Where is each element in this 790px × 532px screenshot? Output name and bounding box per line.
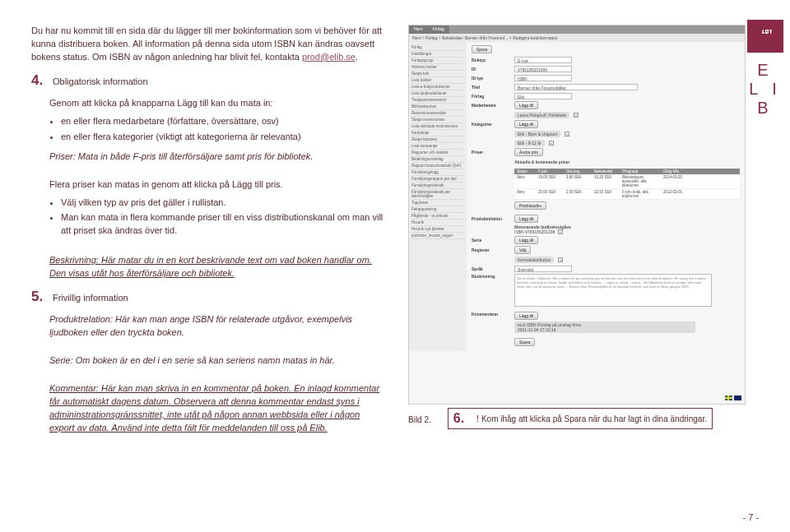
language-flags	[725, 396, 741, 400]
section-6-note: 6. ! Kom ihåg att klicka på Spara när du…	[448, 408, 713, 429]
kat-pill-2: Elib - 9-12 år	[514, 140, 545, 146]
aktuella-label: Aktuella & kommande priser	[514, 160, 740, 164]
forlag-input[interactable]: Elib	[514, 93, 572, 99]
intro-paragraph: Du har nu kommit till en sida där du läg…	[31, 25, 385, 64]
ss-side-item[interactable]: Forlagsgrupp	[411, 58, 464, 64]
ss-side-item[interactable]: Installningar	[411, 51, 464, 58]
ss-side-item[interactable]: Kampanjer	[411, 130, 464, 136]
remove-region-icon[interactable]: ×	[558, 257, 563, 262]
medarbetare-pill: Laura Fitinghoff, Författare	[514, 112, 569, 118]
ss-side-item[interactable]: Topplistan	[411, 200, 464, 206]
logo-quote-box: “ ”	[747, 20, 783, 53]
ss-side-item[interactable]: Lista böcker	[411, 77, 464, 84]
ss-side-item[interactable]: Försäljningslogg	[411, 169, 464, 176]
elib-logo: E L I B	[747, 61, 783, 118]
valj-region-button[interactable]: Välj	[514, 246, 531, 254]
section-4-title: Obligatorisk information	[53, 76, 148, 86]
idtyp-select[interactable]: ISBN	[514, 75, 572, 81]
ss-side-item[interactable]: Förlag	[411, 44, 464, 51]
ss-side-item[interactable]: Skapa bok	[411, 71, 464, 77]
boktyp-select[interactable]: E-bok	[514, 57, 572, 63]
ss-side-item[interactable]: Lista ljudproduktioner	[411, 90, 464, 97]
region-pill: Normaldistribution	[514, 257, 554, 263]
ss-side-item[interactable]: Felrapportering	[411, 206, 464, 213]
ss-side-item[interactable]: Hantera böcker	[411, 64, 464, 71]
lbl-serie: Serie	[472, 238, 514, 243]
logo-sidebar: “ ” E L I B	[747, 20, 783, 118]
ss-tab-hem[interactable]: Hem	[409, 25, 428, 34]
titel-input[interactable]: Barnen ifrån Frostmofjället	[514, 84, 638, 90]
lbl-beskrivning: Beskrivning	[472, 274, 514, 279]
ss-side-item[interactable]: Lista e-bokproduktioner	[411, 84, 464, 90]
ss-side-item[interactable]: Försäljningsrapport per titel	[411, 176, 464, 183]
sec4-flera: Flera priser kan matas in genom att klic…	[49, 178, 385, 192]
page-number: - 7 -	[742, 512, 759, 522]
flag-sweden-icon[interactable]	[725, 396, 732, 400]
lbl-medarbetare: Medarbetare	[472, 103, 514, 108]
kommentar-pill: eLib ISBN Förslag på omslag finns.2011-1…	[514, 322, 695, 333]
ss-side-item[interactable]: Skapa recensionsex.	[411, 117, 464, 123]
sec5-komm: Kommentar: Här kan man skriva in en komm…	[49, 382, 385, 435]
ss-tab-forlag[interactable]: Förlag	[428, 25, 449, 34]
sec4-lead: Genom att klicka på knapparna Lägg till …	[49, 97, 385, 110]
price-row-1: Aktiv19,00 SEK3,80 SEK15,20 SEKBibliotek…	[514, 174, 740, 189]
lbl-kommentarer: Kommentarer	[472, 312, 514, 317]
ss-side-item[interactable]: Pågående - ej avslutat	[411, 213, 464, 220]
ss-side-item[interactable]: Försäljningsstatistik per återförsäljare	[411, 189, 464, 200]
andra-pris-button[interactable]: Ändra pris	[514, 148, 543, 156]
ss-side-item[interactable]: Lista skickade recensionsex.	[411, 123, 464, 130]
sec4-list-2: Välj vilken typ av pris det gäller i rul…	[31, 197, 385, 238]
ss-side-item[interactable]: Recensionsexemplar	[411, 110, 464, 117]
ss-side-item[interactable]: Försäljningsstatistik	[411, 183, 464, 189]
ss-side-item[interactable]: Tredjepartsleverantör	[411, 97, 464, 104]
sprak-select[interactable]: Svenska	[514, 266, 572, 272]
price-row-2: Aktiv25,00 SEK2,50 SEK22,50 SEKF-pris bu…	[514, 189, 740, 200]
sec5-serie: Serie: Om boken är en del i en serie så …	[49, 354, 385, 368]
ss-side-item[interactable]: publisher_invoice_ongoin	[411, 233, 464, 239]
ss-side-item[interactable]: Historik	[411, 220, 464, 226]
sec4-bullet-1: en eller flera medarbetare (författare, …	[61, 115, 385, 128]
price-table-header: StatusF-prisDist.avg.Nettoersätt.Prisgru…	[514, 169, 740, 174]
section-5-title: Frivillig information	[53, 293, 128, 303]
ss-side-item[interactable]: Historik nya tjänster	[411, 226, 464, 233]
left-column: Du har nu kommit till en sida där du läg…	[31, 25, 385, 440]
lbl-produktrelation: Produktrelation	[472, 216, 514, 221]
ss-side-item[interactable]: Betalningsunderlag	[411, 156, 464, 163]
save-button-bottom[interactable]: Spara	[514, 338, 535, 346]
lbl-idtyp: ID-typ	[472, 76, 514, 81]
prod-email-link[interactable]: prod@elib.se	[302, 52, 356, 62]
section-5-number: 5.	[31, 289, 49, 305]
remove-relation-icon[interactable]: ×	[558, 229, 563, 234]
remove-medarbetare-icon[interactable]: ×	[574, 113, 579, 118]
intro-end: .	[356, 52, 358, 62]
motsv-isbn: ISBN 9789185201198	[514, 229, 555, 234]
sec4-bullet-2: en eller flera kategorier (viktigt att k…	[61, 131, 385, 144]
sec4-beskr: Beskrivning: Här matar du in en kort bes…	[49, 254, 385, 280]
ss-tabs: Hem Förlag	[409, 25, 745, 34]
remove-kat2-icon[interactable]: ×	[549, 141, 554, 146]
sec5-pr: Produktrelation: Här kan man ange ISBN f…	[49, 313, 385, 340]
beskrivning-textarea[interactable]: Det är nödår i Sällanvik. Här medans til…	[514, 274, 712, 307]
sec4-priser: Priser: Mata in både F-pris till återför…	[49, 150, 385, 164]
exclaim-icon: !	[476, 414, 479, 423]
ss-side-item[interactable]: Rapport branschstatistik (SvF)	[411, 163, 464, 169]
id-input[interactable]: 9789185201999	[514, 66, 572, 72]
prishistorik-button[interactable]: Prishistorik+	[514, 201, 546, 210]
ss-side-item[interactable]: Skapa kampanj	[411, 136, 464, 143]
sec6-text: Kom ihåg att klicka på Spara när du har …	[481, 414, 707, 423]
ss-side-item[interactable]: Rapporter och statistik	[411, 150, 464, 156]
add-kategori-button[interactable]: Lägg till	[514, 120, 538, 128]
add-medarbetare-button[interactable]: Lägg till	[514, 101, 538, 109]
ss-side-item[interactable]: Lista kampanjer	[411, 143, 464, 150]
add-kommentar-button[interactable]: Lägg till	[514, 312, 538, 320]
save-button-top[interactable]: Spara	[472, 45, 492, 53]
section-4-heading: 4. Obligatorisk information	[31, 72, 385, 89]
add-serie-button[interactable]: Lägg till	[514, 236, 538, 244]
ss-main: Spara BoktypE-bok ID9789185201999 ID-typ…	[467, 42, 745, 351]
sec4-bp2: Man kan mata in flera kommande priser ti…	[61, 211, 385, 238]
sec4-bp1: Välj vilken typ av pris det gäller i rul…	[61, 197, 385, 210]
ss-side-item[interactable]: Bibliotekspriser	[411, 104, 464, 110]
add-relation-button[interactable]: Lägg till	[514, 215, 538, 223]
remove-kat1-icon[interactable]: ×	[565, 132, 569, 136]
flag-uk-icon[interactable]	[734, 396, 741, 400]
